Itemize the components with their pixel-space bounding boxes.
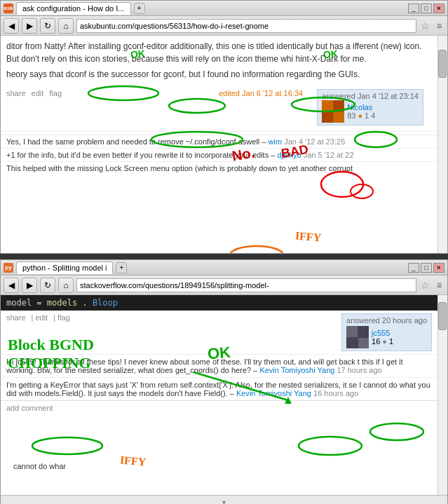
scrollbar-thumb-1[interactable] [438, 50, 447, 78]
minimize-button-1[interactable]: _ [408, 4, 419, 13]
new-tab-button-1[interactable]: + [134, 3, 145, 14]
user-info-1: Nicolas 83 ● 1 4 [322, 100, 419, 123]
gold-badge-1: ● [358, 111, 362, 120]
close-button-1[interactable]: ✕ [433, 4, 444, 13]
close-icon: ✕ [436, 5, 442, 12]
comment-block-1: Hi jc555! Thanks for all these tips! I n… [1, 354, 437, 377]
answer-meta-1: answered Jan 4 '12 at 23:14 Nicolas 83 [317, 89, 423, 125]
forward-button-1[interactable]: ▶ [22, 18, 37, 34]
tab-label-1: ask configuration - How do I... [22, 4, 125, 13]
code-display: model = models . Bloop [1, 295, 437, 311]
rep-count-1: 83 [347, 111, 355, 120]
avatar-2 [346, 326, 369, 348]
maximize-button-2[interactable]: □ [421, 263, 432, 273]
home-button-1[interactable]: ⌂ [58, 18, 74, 34]
url-text-2: stackoverflow.com/questions/18949156/spl… [80, 281, 269, 290]
browser-window-2: py python - Splitting model i + _ □ ✕ ◀ [0, 259, 448, 504]
minimize-icon: _ [412, 5, 415, 12]
maximize-button-1[interactable]: □ [421, 4, 432, 13]
annotation-cannot: cannot do whar [13, 462, 66, 470]
tab-active-2[interactable]: python - Splitting model i [16, 261, 113, 274]
home-button-2[interactable]: ⌂ [58, 278, 74, 293]
username-2[interactable]: jc555 [372, 329, 393, 337]
answered-text-1: answered Jan 4 '12 at 23:14 [322, 92, 419, 100]
bookmark-star-1[interactable]: ☆ [419, 20, 431, 32]
flag-link-2[interactable]: | flag [53, 313, 70, 351]
tab-active-1[interactable]: ask configuration - How do I... [16, 2, 131, 15]
bookmark-star-2[interactable]: ☆ [419, 280, 431, 291]
refresh-button-1[interactable]: ↻ [40, 18, 55, 34]
post2-author[interactable]: Kevin Tomiyoshi Yang [236, 389, 311, 397]
scrollbar-2[interactable] [437, 295, 447, 495]
home-icon: ⌂ [63, 21, 68, 31]
annotation-iffy-1: IFFY [294, 229, 322, 244]
scrollbar-thumb-2[interactable] [438, 302, 447, 330]
comment1-text: Yes, I had the same problem and needed t… [6, 137, 266, 146]
minimize-button-2[interactable]: _ [408, 263, 419, 273]
maximize-icon-2: □ [424, 264, 428, 271]
svg-point-11 [299, 437, 362, 455]
post1-author[interactable]: Kevin Tomiyoshi Yang [259, 366, 334, 374]
back-icon-2: ◀ [8, 280, 15, 290]
badges-1: 1 4 [365, 111, 375, 120]
answered-text-2: answered 20 hours ago [346, 316, 427, 325]
share-link-2[interactable]: share [6, 313, 26, 351]
avatar-1 [322, 100, 344, 123]
back-icon: ◀ [8, 21, 15, 31]
edit-links-2: share | edit | flag [6, 313, 70, 351]
comment2-text: +1 for the info, but it'd be even better… [6, 151, 275, 159]
maximize-icon: □ [424, 5, 428, 12]
back-button-2[interactable]: ◀ [4, 278, 19, 293]
minimize-icon-2: _ [412, 264, 415, 271]
post-meta-1: edited Jan 6 '12 at 16:34 answered Jan 4… [219, 89, 423, 125]
annotation-iffy-2: IFFY [119, 454, 147, 468]
svg-point-6 [351, 184, 373, 198]
rep-badge-2: 16 ● 1 [372, 337, 393, 346]
window-controls-2: _ □ ✕ [408, 263, 444, 273]
comment2-time: Jan 5 '12 at 22 [304, 151, 354, 159]
new-tab-icon: + [137, 4, 142, 12]
address-bar-2[interactable]: stackoverflow.com/questions/18949156/spl… [76, 278, 416, 292]
title-bar-left: ask ask configuration - How do I... + [4, 2, 408, 15]
menu-button-2[interactable]: ≡ [434, 280, 444, 290]
code-bloop: Bloop [93, 298, 118, 308]
close-button-2[interactable]: ✕ [433, 263, 444, 273]
comment-block-2: I'm getting a KeyError that says just 'X… [1, 377, 437, 400]
forward-button-2[interactable]: ▶ [22, 278, 37, 293]
new-tab-button-2[interactable]: + [116, 262, 127, 273]
address-bar-1[interactable]: askubuntu.com/questions/56313/how-do-i-r… [76, 19, 416, 33]
svg-point-7 [230, 246, 283, 253]
content-para1: ditor from Natty! After installing gconf… [1, 36, 437, 88]
comment3-text: This helped with the missing Lock Screen… [6, 164, 353, 172]
code-var: model [6, 298, 36, 308]
divider-1 [1, 131, 437, 132]
add-comment-text[interactable]: add comment [6, 404, 53, 412]
refresh-icon-2: ↻ [44, 280, 51, 290]
flag-link-1[interactable]: flag [49, 89, 62, 125]
url-text-1: askubuntu.com/questions/56313/how-do-i-r… [80, 22, 269, 30]
cannot-text: cannot do whar [13, 462, 66, 470]
para1-text: ditor from Natty! After installing gconf… [6, 40, 432, 65]
title-bar-1: ask ask configuration - How do I... + _ … [1, 1, 447, 16]
forward-icon: ▶ [27, 21, 33, 31]
scrollbar-1[interactable] [437, 36, 447, 253]
svg-point-10 [32, 437, 102, 454]
edit-link-1[interactable]: edit [32, 89, 44, 125]
edit-line-1: share edit flag edited Jan 6 '12 at 16:3… [1, 88, 437, 128]
badges-2: 1 [389, 337, 393, 346]
username-1[interactable]: Nicolas [347, 103, 375, 111]
comment2-author[interactable]: djeikyb [277, 151, 301, 159]
back-button-1[interactable]: ◀ [4, 18, 19, 34]
silver-badge-2: ● [382, 337, 387, 346]
refresh-icon: ↻ [44, 21, 51, 31]
comment-3: This helped with the missing Lock Screen… [1, 161, 437, 175]
new-tab-icon-2: + [120, 264, 124, 271]
comment1-author[interactable]: wim [269, 137, 283, 146]
rep-count-2: 16 [372, 337, 380, 346]
forward-icon-2: ▶ [27, 280, 33, 290]
refresh-button-2[interactable]: ↻ [40, 278, 55, 293]
share-link-1[interactable]: share [6, 89, 26, 125]
browser-window-1: ask ask configuration - How do I... + _ … [0, 0, 448, 254]
menu-button-1[interactable]: ≡ [434, 21, 444, 31]
edit-link-2[interactable]: | edit [32, 313, 48, 351]
